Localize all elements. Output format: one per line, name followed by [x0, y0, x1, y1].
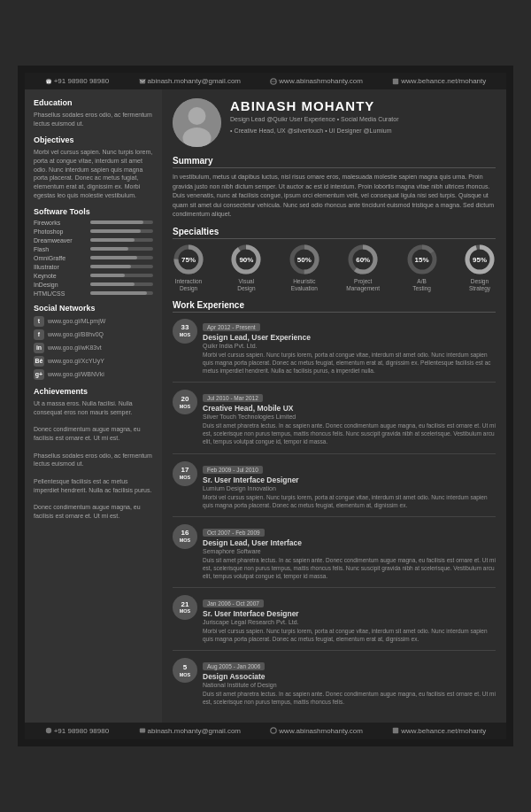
- tool-name: Keynote: [34, 273, 87, 279]
- tool-bar-fill: [90, 238, 135, 242]
- job-content: Jul 2010 - Mar 2012 Creative Head, Mobil…: [203, 388, 496, 445]
- donut-label: 15%: [415, 255, 429, 263]
- education-title: Education: [34, 98, 153, 107]
- job-company: Semaphore Software: [203, 548, 496, 554]
- job-badge: 5 MOS: [173, 658, 197, 683]
- main-right: ABINASH MOHANTY Design Lead @Quikr User …: [162, 89, 506, 722]
- bottombar-email: abinash.mohanty@gmail.com: [139, 727, 242, 735]
- job-content: Jan 2006 - Oct 2007 Sr. User Interface D…: [203, 593, 496, 643]
- specialties-title: Specialties: [173, 227, 496, 239]
- tool-item: Flash: [34, 246, 153, 252]
- person-name: ABINASH MOHANTY: [230, 98, 398, 113]
- achievements-text: Ut a massa eros. Nulla facilisi. Nulla c…: [34, 399, 153, 521]
- svg-point-23: [271, 728, 276, 733]
- bottom-bar: +91 98980 98980 abinash.mohanty@gmail.co…: [25, 723, 506, 739]
- tool-bar-fill: [90, 229, 141, 233]
- social-icon-fb: f: [34, 329, 44, 340]
- tool-item: Keynote: [34, 273, 153, 279]
- tool-bar-fill: [90, 265, 131, 268]
- specialty-label: Visual Design: [237, 278, 255, 293]
- tool-name: HTML/CSS: [34, 290, 87, 297]
- topbar-email: abinash.mohanty@gmail.com: [139, 77, 242, 85]
- social-url: www.goo.gl/WBNVki: [48, 371, 104, 377]
- job-badge: 20 MOS: [173, 390, 197, 414]
- tools-list: Fireworks Photoshop Dreamweaver Flash Om…: [34, 220, 153, 297]
- social-url: www.goo.gl/B8hv0Q: [48, 331, 104, 337]
- svg-rect-24: [393, 728, 398, 733]
- job-desc: Duis sit amet pharetra lectus. In ac sap…: [203, 690, 496, 706]
- job-desc: Morbi vel cursus sapien. Nunc turpis lor…: [203, 627, 496, 643]
- specialty-label: Interaction Design: [175, 278, 202, 293]
- tool-item: OmniGraffe: [34, 255, 153, 261]
- specialty-item: 50% Heuristic Evaluation: [289, 244, 320, 293]
- social-url: www.goo.gl/MLpmjW: [48, 318, 105, 324]
- jobs-list: 33 MOS Apr 2012 - Present Design Lead, U…: [173, 317, 496, 707]
- tool-bar: [90, 238, 153, 242]
- donut-label: 95%: [473, 255, 487, 263]
- svg-rect-22: [139, 729, 144, 733]
- tool-bar: [90, 229, 153, 233]
- job-date: Oct 2007 - Feb 2009: [203, 529, 265, 537]
- social-title: Social Networks: [34, 304, 153, 313]
- name-info: ABINASH MOHANTY Design Lead @Quikr User …: [230, 98, 398, 135]
- tool-item: Fireworks: [34, 220, 153, 226]
- donut-wrapper: 75%: [173, 244, 204, 275]
- social-item[interactable]: in www.goo.gl/wK83vt: [34, 343, 153, 353]
- job-company: National Institute of Design: [203, 682, 496, 688]
- job-title: Sr. User Interface Designer: [203, 609, 496, 619]
- specialty-item: 75% Interaction Design: [173, 244, 204, 293]
- donut-wrapper: 50%: [289, 244, 320, 275]
- job-item: 5 MOS Aug 2005 - Jan 2006 Design Associa…: [173, 656, 496, 706]
- job-date: Jan 2006 - Oct 2007: [203, 599, 264, 607]
- tool-bar: [90, 291, 153, 295]
- bottombar-phone: +91 98980 98980: [45, 727, 110, 735]
- svg-point-21: [45, 728, 50, 733]
- social-item[interactable]: g+ www.goo.gl/WBNVki: [34, 369, 153, 380]
- job-date: Jul 2010 - Mar 2012: [203, 394, 263, 402]
- job-item: 21 MOS Jan 2006 - Oct 2007 Sr. User Inte…: [173, 593, 496, 651]
- tool-bar: [90, 265, 153, 268]
- education-text: Phasellus sodales eros odio, ac fermentu…: [34, 111, 153, 128]
- tool-bar: [90, 274, 153, 277]
- work-divider: [173, 587, 496, 588]
- work-divider: [173, 516, 496, 517]
- objectives-title: Objectives: [34, 135, 153, 144]
- job-title: Design Lead, User Experience: [203, 333, 496, 343]
- tool-bar-fill: [90, 291, 147, 295]
- job-company: Quikr India Pvt. Ltd.: [203, 343, 496, 349]
- donut-label: 50%: [297, 255, 312, 263]
- job-badge: 21 MOS: [173, 595, 197, 620]
- tool-bar: [90, 247, 153, 251]
- job-title: Creative Head, Mobile UX: [203, 404, 496, 414]
- job-date: Feb 2009 - Jul 2010: [203, 466, 263, 474]
- social-item[interactable]: f www.goo.gl/B8hv0Q: [34, 329, 153, 340]
- job-item: 20 MOS Jul 2010 - Mar 2012 Creative Head…: [173, 388, 496, 453]
- specialty-label: Design Strategy: [469, 278, 490, 293]
- tool-bar: [90, 256, 153, 259]
- job-content: Oct 2007 - Feb 2009 Design Lead, User In…: [203, 522, 496, 580]
- work-divider: [173, 382, 496, 383]
- social-url: www.goo.gl/wK83vt: [48, 344, 102, 351]
- tool-item: Photoshop: [34, 228, 153, 235]
- job-date: Aug 2005 - Jan 2006: [203, 662, 265, 670]
- svg-rect-5: [393, 79, 398, 84]
- social-list: t www.goo.gl/MLpmjW f www.goo.gl/B8hv0Q …: [34, 316, 153, 380]
- social-item[interactable]: t www.goo.gl/MLpmjW: [34, 316, 153, 327]
- specialty-item: 60% Project Management: [346, 244, 380, 293]
- resume-wrapper: ☎ +91 98980 98980 abinash.mohanty@gmail.…: [18, 66, 513, 746]
- social-item[interactable]: Bé www.goo.gl/XcYUyY: [34, 356, 153, 367]
- specialties-row: 75% Interaction Design 90% Visual Design…: [173, 244, 496, 293]
- bottombar-behance: www.behance.net/mohanty: [392, 727, 486, 735]
- resume: ☎ +91 98980 98980 abinash.mohanty@gmail.…: [25, 73, 506, 739]
- tool-bar-fill: [90, 274, 125, 277]
- job-item: 33 MOS Apr 2012 - Present Design Lead, U…: [173, 317, 496, 383]
- job-company: Silver Touch Technologies Limited: [203, 414, 496, 420]
- specialty-item: 15% A/B Testing: [406, 244, 438, 293]
- donut-label: 60%: [356, 255, 370, 263]
- topbar-behance: www.behance.net/mohanty: [392, 77, 486, 85]
- job-item: 17 MOS Feb 2009 - Jul 2010 Sr. User Inte…: [173, 460, 496, 517]
- name-header: ABINASH MOHANTY Design Lead @Quikr User …: [173, 98, 496, 147]
- job-desc: Morbi vel cursus sapien. Nunc turpis lor…: [203, 493, 496, 509]
- social-icon-gplus: g+: [34, 369, 44, 380]
- tool-name: Flash: [34, 246, 87, 252]
